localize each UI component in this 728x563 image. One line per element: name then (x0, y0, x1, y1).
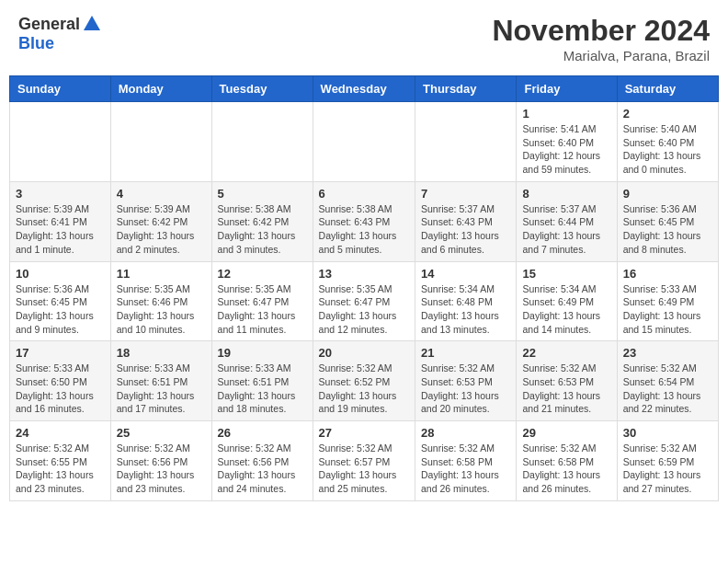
day-info: Sunrise: 5:32 AM Sunset: 6:57 PM Dayligh… (319, 442, 409, 496)
day-info: Sunrise: 5:35 AM Sunset: 6:47 PM Dayligh… (218, 282, 307, 337)
calendar-cell: 3Sunrise: 5:39 AM Sunset: 6:41 PM Daylig… (10, 181, 111, 261)
day-of-week-header: Tuesday (211, 76, 313, 102)
day-number: 24 (16, 426, 105, 440)
location: Marialva, Parana, Brazil (492, 48, 710, 63)
day-info: Sunrise: 5:36 AM Sunset: 6:45 PM Dayligh… (623, 202, 712, 257)
day-info: Sunrise: 5:38 AM Sunset: 6:43 PM Dayligh… (319, 202, 409, 257)
page-header: General Blue November 2024 Marialva, Par… (9, 9, 719, 68)
day-info: Sunrise: 5:35 AM Sunset: 6:46 PM Dayligh… (117, 282, 206, 337)
day-info: Sunrise: 5:34 AM Sunset: 6:48 PM Dayligh… (421, 282, 510, 337)
day-info: Sunrise: 5:32 AM Sunset: 6:54 PM Dayligh… (623, 362, 712, 416)
title-section: November 2024 Marialva, Parana, Brazil (492, 14, 710, 63)
day-info: Sunrise: 5:39 AM Sunset: 6:42 PM Dayligh… (117, 202, 206, 257)
day-info: Sunrise: 5:33 AM Sunset: 6:50 PM Dayligh… (16, 362, 105, 416)
calendar-cell: 30Sunrise: 5:32 AM Sunset: 6:59 PM Dayli… (617, 421, 718, 501)
day-number: 27 (319, 426, 409, 440)
calendar-cell: 27Sunrise: 5:32 AM Sunset: 6:57 PM Dayli… (313, 421, 415, 501)
day-info: Sunrise: 5:41 AM Sunset: 6:40 PM Dayligh… (522, 122, 610, 177)
day-number: 23 (623, 346, 712, 360)
day-number: 1 (522, 107, 610, 121)
calendar-cell (10, 102, 111, 182)
day-info: Sunrise: 5:39 AM Sunset: 6:41 PM Dayligh… (16, 202, 105, 257)
day-of-week-header: Saturday (617, 76, 718, 102)
calendar-cell: 9Sunrise: 5:36 AM Sunset: 6:45 PM Daylig… (617, 181, 718, 261)
logo-general-text: General (18, 15, 80, 34)
calendar-cell: 5Sunrise: 5:38 AM Sunset: 6:42 PM Daylig… (211, 181, 313, 261)
day-number: 4 (117, 187, 206, 201)
day-of-week-header: Monday (110, 76, 211, 102)
calendar-cell: 16Sunrise: 5:33 AM Sunset: 6:49 PM Dayli… (617, 261, 718, 341)
day-number: 20 (319, 346, 409, 360)
calendar-cell: 13Sunrise: 5:35 AM Sunset: 6:47 PM Dayli… (313, 261, 415, 341)
day-number: 5 (218, 187, 307, 201)
day-info: Sunrise: 5:35 AM Sunset: 6:47 PM Dayligh… (319, 282, 409, 337)
month-title: November 2024 (492, 14, 710, 48)
day-info: Sunrise: 5:32 AM Sunset: 6:56 PM Dayligh… (117, 442, 206, 496)
day-of-week-header: Thursday (415, 76, 517, 102)
day-info: Sunrise: 5:33 AM Sunset: 6:51 PM Dayligh… (218, 362, 307, 416)
day-number: 15 (522, 267, 610, 281)
calendar-cell: 19Sunrise: 5:33 AM Sunset: 6:51 PM Dayli… (211, 341, 313, 421)
calendar-cell: 26Sunrise: 5:32 AM Sunset: 6:56 PM Dayli… (211, 421, 313, 501)
calendar-cell: 7Sunrise: 5:37 AM Sunset: 6:43 PM Daylig… (415, 181, 517, 261)
calendar-header-row: SundayMondayTuesdayWednesdayThursdayFrid… (10, 76, 719, 102)
day-number: 21 (421, 346, 510, 360)
day-info: Sunrise: 5:32 AM Sunset: 6:55 PM Dayligh… (16, 442, 105, 496)
calendar-cell: 17Sunrise: 5:33 AM Sunset: 6:50 PM Dayli… (10, 341, 111, 421)
day-info: Sunrise: 5:36 AM Sunset: 6:45 PM Dayligh… (16, 282, 105, 337)
calendar-cell: 23Sunrise: 5:32 AM Sunset: 6:54 PM Dayli… (617, 341, 718, 421)
day-number: 11 (117, 267, 206, 281)
day-info: Sunrise: 5:32 AM Sunset: 6:59 PM Dayligh… (623, 442, 712, 496)
calendar-week-row: 1Sunrise: 5:41 AM Sunset: 6:40 PM Daylig… (10, 102, 719, 182)
calendar-cell: 24Sunrise: 5:32 AM Sunset: 6:55 PM Dayli… (10, 421, 111, 501)
day-of-week-header: Sunday (10, 76, 111, 102)
calendar-cell (110, 102, 211, 182)
calendar-table: SundayMondayTuesdayWednesdayThursdayFrid… (9, 75, 719, 501)
calendar-cell: 2Sunrise: 5:40 AM Sunset: 6:40 PM Daylig… (617, 102, 718, 182)
calendar-cell: 11Sunrise: 5:35 AM Sunset: 6:46 PM Dayli… (110, 261, 211, 341)
day-number: 2 (623, 107, 712, 121)
day-info: Sunrise: 5:37 AM Sunset: 6:43 PM Dayligh… (421, 202, 510, 257)
calendar-cell (415, 102, 517, 182)
day-number: 14 (421, 267, 510, 281)
calendar-week-row: 24Sunrise: 5:32 AM Sunset: 6:55 PM Dayli… (10, 421, 719, 501)
day-number: 16 (623, 267, 712, 281)
day-number: 17 (16, 346, 105, 360)
day-info: Sunrise: 5:32 AM Sunset: 6:52 PM Dayligh… (319, 362, 409, 416)
calendar-week-row: 17Sunrise: 5:33 AM Sunset: 6:50 PM Dayli… (10, 341, 719, 421)
calendar-cell: 25Sunrise: 5:32 AM Sunset: 6:56 PM Dayli… (110, 421, 211, 501)
day-number: 13 (319, 267, 409, 281)
logo-icon (82, 14, 102, 34)
day-number: 9 (623, 187, 712, 201)
day-number: 3 (16, 187, 105, 201)
day-info: Sunrise: 5:34 AM Sunset: 6:49 PM Dayligh… (522, 282, 610, 337)
day-info: Sunrise: 5:32 AM Sunset: 6:53 PM Dayligh… (522, 362, 610, 416)
calendar-cell: 20Sunrise: 5:32 AM Sunset: 6:52 PM Dayli… (313, 341, 415, 421)
day-number: 26 (218, 426, 307, 440)
day-info: Sunrise: 5:33 AM Sunset: 6:49 PM Dayligh… (623, 282, 712, 337)
calendar-cell: 1Sunrise: 5:41 AM Sunset: 6:40 PM Daylig… (517, 102, 617, 182)
day-info: Sunrise: 5:32 AM Sunset: 6:56 PM Dayligh… (218, 442, 307, 496)
day-info: Sunrise: 5:32 AM Sunset: 6:58 PM Dayligh… (522, 442, 610, 496)
day-info: Sunrise: 5:33 AM Sunset: 6:51 PM Dayligh… (117, 362, 206, 416)
day-number: 12 (218, 267, 307, 281)
calendar-cell: 22Sunrise: 5:32 AM Sunset: 6:53 PM Dayli… (517, 341, 617, 421)
calendar-cell: 18Sunrise: 5:33 AM Sunset: 6:51 PM Dayli… (110, 341, 211, 421)
day-info: Sunrise: 5:32 AM Sunset: 6:53 PM Dayligh… (421, 362, 510, 416)
calendar-cell: 10Sunrise: 5:36 AM Sunset: 6:45 PM Dayli… (10, 261, 111, 341)
day-info: Sunrise: 5:38 AM Sunset: 6:42 PM Dayligh… (218, 202, 307, 257)
logo: General Blue (18, 14, 102, 53)
day-number: 25 (117, 426, 206, 440)
calendar-cell: 8Sunrise: 5:37 AM Sunset: 6:44 PM Daylig… (517, 181, 617, 261)
calendar-cell: 12Sunrise: 5:35 AM Sunset: 6:47 PM Dayli… (211, 261, 313, 341)
calendar-week-row: 10Sunrise: 5:36 AM Sunset: 6:45 PM Dayli… (10, 261, 719, 341)
logo-blue-text: Blue (18, 34, 54, 53)
day-number: 30 (623, 426, 712, 440)
calendar-week-row: 3Sunrise: 5:39 AM Sunset: 6:41 PM Daylig… (10, 181, 719, 261)
calendar-cell: 14Sunrise: 5:34 AM Sunset: 6:48 PM Dayli… (415, 261, 517, 341)
day-number: 6 (319, 187, 409, 201)
calendar-cell: 4Sunrise: 5:39 AM Sunset: 6:42 PM Daylig… (110, 181, 211, 261)
calendar-cell: 29Sunrise: 5:32 AM Sunset: 6:58 PM Dayli… (517, 421, 617, 501)
calendar-cell: 28Sunrise: 5:32 AM Sunset: 6:58 PM Dayli… (415, 421, 517, 501)
calendar-cell: 15Sunrise: 5:34 AM Sunset: 6:49 PM Dayli… (517, 261, 617, 341)
